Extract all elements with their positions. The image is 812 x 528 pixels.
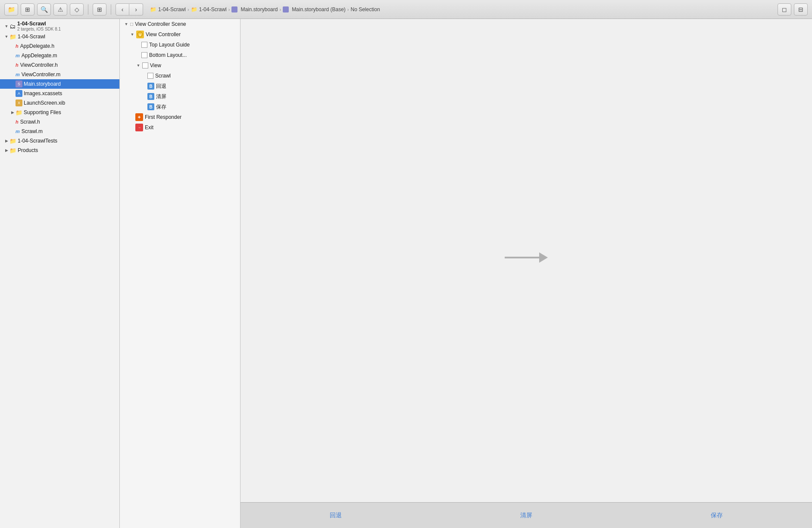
storyboard-base-icon <box>283 6 289 12</box>
scene-label-top-layout: Top Layout Guide <box>149 42 190 48</box>
clear-btn-disclosure <box>141 93 147 99</box>
sidebar-item-supporting-files[interactable]: 📁 Supporting Files <box>0 108 119 117</box>
sidebar-item-appdelegate-m[interactable]: m AppDelegate.m <box>0 51 119 60</box>
sidebar-item-viewcontroller-h[interactable]: h ViewController.h <box>0 60 119 70</box>
breadcrumb-item-3[interactable]: Main.storyboard <box>231 6 278 12</box>
breadcrumb-item-5[interactable]: No Selection <box>351 6 380 12</box>
diamond-icon: ◇ <box>75 6 79 13</box>
sidebar-label-viewcontroller-h: ViewController.h <box>20 62 58 68</box>
sidebar-item-launchscreen-xib[interactable]: X LaunchScreen.xib <box>0 98 119 108</box>
grid-icon: ⊞ <box>97 6 102 13</box>
breadcrumb-sep-1: › <box>187 7 189 12</box>
sidebar-item-products[interactable]: 📁 Products <box>0 146 119 155</box>
scene-item-vc[interactable]: V View Controller <box>120 29 240 40</box>
canvas-content <box>240 19 812 502</box>
vc-icon: V <box>136 31 144 38</box>
tag-button[interactable]: ◻ <box>778 3 791 16</box>
breadcrumb-label-5: No Selection <box>351 6 380 12</box>
grid-button[interactable]: ⊞ <box>93 3 106 16</box>
sidebar-label-scrawltests: 1-04-ScrawlTests <box>18 138 57 144</box>
xcassets-disclosure <box>9 90 16 96</box>
breadcrumb-item-2[interactable]: 📁 1-04-Scrawl <box>191 6 227 12</box>
supporting-files-disclosure[interactable] <box>9 109 16 115</box>
forward-button[interactable]: › <box>129 3 143 16</box>
sidebar-item-scrawl-h[interactable]: h Scrawl.h <box>0 117 119 127</box>
scene-item-button-clear[interactable]: B 清屏 <box>120 91 240 102</box>
h-icon-3: h <box>16 119 19 124</box>
viewcontroller-m-disclosure <box>9 71 16 78</box>
sidebar-label-appdelegate-m: AppDelegate.m <box>22 53 57 59</box>
scene-item-vc-scene[interactable]: □ View Controller Scene <box>120 19 240 29</box>
breadcrumb-item-1[interactable]: 📁 1-04-Scrawl <box>150 6 186 12</box>
scene-item-bottom-layout[interactable]: Bottom Layout... <box>120 50 240 60</box>
hierarchy-button[interactable]: ⊞ <box>21 3 34 16</box>
products-disclosure[interactable] <box>3 147 9 153</box>
viewcontroller-h-disclosure <box>9 62 16 68</box>
top-layout-disclosure <box>135 42 141 48</box>
bottom-back-button[interactable]: 回退 <box>312 508 359 523</box>
scrawltests-disclosure[interactable] <box>3 138 9 144</box>
sidebar-label-scrawl-m: Scrawl.m <box>22 128 43 134</box>
bottom-clear-label: 清屏 <box>520 512 532 519</box>
bottom-clear-button[interactable]: 清屏 <box>503 508 550 523</box>
scene-item-view[interactable]: View <box>120 60 240 71</box>
project-name: 1-04-Scrawl <box>17 21 61 27</box>
sidebar-item-scrawl-folder[interactable]: 📁 1-04-Scrawl <box>0 32 119 41</box>
breadcrumb-sep-2: › <box>228 7 230 12</box>
folder-button[interactable]: 📁 <box>4 3 18 16</box>
m-icon-3: m <box>16 129 20 134</box>
sidebar-item-scrawltests[interactable]: 📁 1-04-ScrawlTests <box>0 136 119 146</box>
scene-item-first-responder[interactable]: First Responder <box>120 112 240 122</box>
view-checkbox <box>142 62 148 68</box>
sidebar-item-viewcontroller-m[interactable]: m ViewController.m <box>0 70 119 79</box>
scene-item-button-back[interactable]: B 回退 <box>120 81 240 91</box>
canvas-bottom-bar: 回退 清屏 保存 <box>240 502 812 528</box>
chat-icon: ⊟ <box>798 6 803 13</box>
scrawl-m-disclosure <box>9 128 16 134</box>
scene-item-scrawl[interactable]: Scrawl <box>120 71 240 81</box>
scene-label-vc-scene: View Controller Scene <box>135 21 186 27</box>
sidebar-item-appdelegate-h[interactable]: h AppDelegate.h <box>0 41 119 51</box>
diamond-button[interactable]: ◇ <box>70 3 84 16</box>
scene-item-top-layout[interactable]: Top Layout Guide <box>120 40 240 50</box>
breadcrumb-item-4[interactable]: Main.storyboard (Base) <box>283 6 346 12</box>
sidebar-item-scrawl-m[interactable]: m Scrawl.m <box>0 127 119 136</box>
b-icon-clear: B <box>147 93 154 100</box>
breadcrumb-label-3: Main.storyboard <box>240 6 278 12</box>
sidebar-label-scrawl-folder: 1-04-Scrawl <box>18 34 45 40</box>
sidebar-item-images-xcassets[interactable]: A Images.xcassets <box>0 89 119 98</box>
breadcrumb-label-2: 1-04-Scrawl <box>199 6 227 12</box>
scene-label-clear: 清屏 <box>156 93 166 100</box>
scene-label-exit: Exit <box>145 124 153 130</box>
nav-buttons: ‹ › <box>116 3 143 16</box>
scrawl-folder-disclosure[interactable] <box>3 34 9 40</box>
scene-item-exit[interactable]: → Exit <box>120 122 240 133</box>
sidebar-item-main-storyboard[interactable]: S Main.storyboard <box>0 79 119 89</box>
vc-scene-disclosure[interactable] <box>123 21 129 27</box>
svg-text:V: V <box>139 33 141 37</box>
h-icon: h <box>16 43 19 49</box>
scrawl-h-disclosure <box>9 119 16 125</box>
scene-label-save: 保存 <box>156 103 166 111</box>
breadcrumb-sep-4: › <box>347 7 349 12</box>
project-disclosure[interactable] <box>3 23 9 29</box>
scene-label-vc: View Controller <box>146 31 181 37</box>
bottom-save-button[interactable]: 保存 <box>693 508 740 523</box>
toolbar-separator-1 <box>88 4 88 15</box>
sidebar-label-appdelegate-h: AppDelegate.h <box>20 43 54 49</box>
project-icon: 🗂 <box>9 23 16 30</box>
search-button[interactable]: 🔍 <box>37 3 51 16</box>
products-folder-icon: 📁 <box>9 147 16 154</box>
view-disclosure[interactable] <box>135 62 141 68</box>
scene-label-bottom-layout: Bottom Layout... <box>149 52 187 58</box>
chat-button[interactable]: ⊟ <box>794 3 808 16</box>
back-button[interactable]: ‹ <box>116 3 129 16</box>
vc-disclosure[interactable] <box>129 31 135 37</box>
scene-item-button-save[interactable]: B 保存 <box>120 102 240 112</box>
bottom-save-label: 保存 <box>711 512 723 519</box>
scrawl-disclosure <box>141 73 147 79</box>
sidebar-label-launchscreen-xib: LaunchScreen.xib <box>24 100 65 106</box>
project-root[interactable]: 🗂 1-04-Scrawl 2 targets, iOS SDK 8.1 <box>0 19 119 32</box>
warning-button[interactable]: ⚠ <box>53 3 67 16</box>
toolbar-separator-2 <box>111 4 111 15</box>
